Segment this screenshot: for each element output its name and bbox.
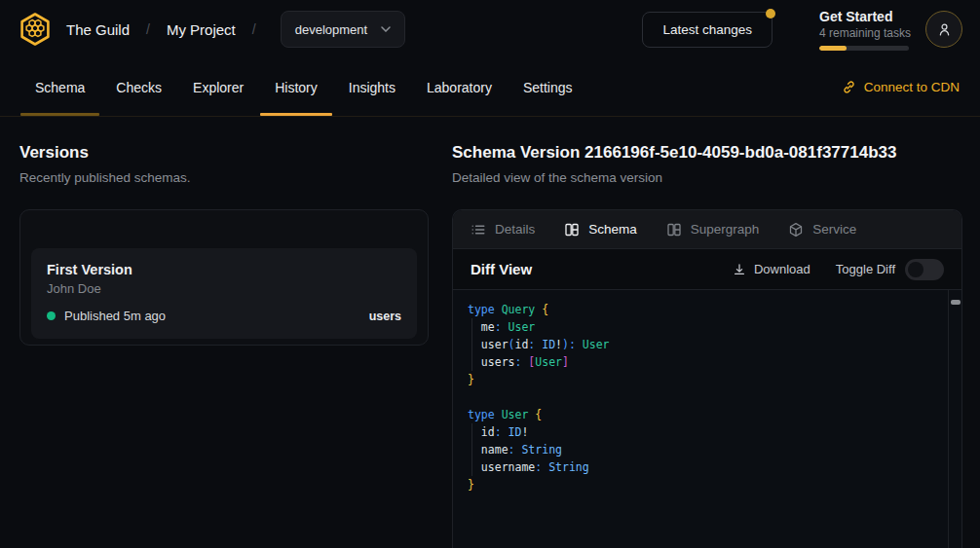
nav-tab-history[interactable]: History <box>260 58 332 116</box>
detail-tab-label: Supergraph <box>691 222 760 237</box>
version-author: John Doe <box>47 281 401 296</box>
nav-tab-laboratory[interactable]: Laboratory <box>412 58 507 116</box>
version-detail-subtitle: Detailed view of the schema version <box>452 170 962 185</box>
code-line <box>468 388 942 406</box>
switch-knob <box>908 262 923 277</box>
code-line: } <box>468 476 942 493</box>
nav-tabs: SchemaChecksExplorerHistoryInsightsLabor… <box>20 58 587 116</box>
download-button[interactable]: Download <box>733 262 810 276</box>
version-meta-row: Published 5m ago users <box>47 309 401 323</box>
target-dropdown-value: development <box>295 22 367 37</box>
link-icon <box>842 80 856 94</box>
toggle-diff-label: Toggle Diff <box>836 262 895 276</box>
get-started-title: Get Started <box>819 9 914 24</box>
version-detail-card: DetailsSchemaSupergraphService Diff View… <box>452 209 962 548</box>
connect-to-cdn-link[interactable]: Connect to CDN <box>842 58 960 116</box>
download-label: Download <box>754 262 810 276</box>
code-line: } <box>468 371 942 388</box>
code-line: name: String <box>468 441 942 458</box>
breadcrumb-org[interactable]: The Guild <box>66 21 130 38</box>
user-icon <box>936 21 953 38</box>
latest-changes-label: Latest changes <box>662 22 752 37</box>
service-badge: users <box>369 310 401 323</box>
avatar-button[interactable] <box>925 11 962 48</box>
get-started-subtitle: 4 remaining tasks <box>819 26 914 40</box>
versions-title: Versions <box>19 143 429 163</box>
versions-subtitle: Recently published schemas. <box>19 170 429 185</box>
code-line: username: String <box>468 458 942 476</box>
published-status-dot <box>47 311 56 320</box>
detail-tab-label: Details <box>495 222 535 237</box>
diff-toolbar: Diff View Download Toggle Diff <box>453 249 961 290</box>
toggle-diff-group: Toggle Diff <box>836 259 944 280</box>
target-dropdown[interactable]: development <box>281 11 405 48</box>
diff-actions: Download Toggle Diff <box>733 259 944 280</box>
detail-tab-service[interactable]: Service <box>788 222 856 237</box>
detail-tab-schema[interactable]: Schema <box>564 222 637 237</box>
versions-list-card: First Version John Doe Published 5m ago … <box>19 209 429 346</box>
list-icon <box>471 222 486 237</box>
detail-tabs: DetailsSchemaSupergraphService <box>453 210 961 249</box>
diff-view-title: Diff View <box>471 261 532 277</box>
indent-guide <box>471 423 472 476</box>
chevron-down-icon <box>381 26 391 32</box>
breadcrumb-project[interactable]: My Project <box>167 21 236 38</box>
nav-tab-settings[interactable]: Settings <box>509 58 587 116</box>
nav-tab-insights[interactable]: Insights <box>334 58 410 116</box>
code-line: type Query { <box>468 301 942 318</box>
download-icon <box>733 263 746 276</box>
version-list-item[interactable]: First Version John Doe Published 5m ago … <box>31 248 417 339</box>
breadcrumb-separator: / <box>252 21 256 37</box>
columns-icon <box>564 222 580 237</box>
code-scrollbar[interactable] <box>948 290 961 548</box>
published-status-text: Published 5m ago <box>64 309 166 323</box>
schema-code-viewer[interactable]: type Query { me: User user(id: ID!): Use… <box>453 290 961 548</box>
connect-to-cdn-label: Connect to CDN <box>864 80 960 94</box>
app-header: The Guild / My Project / development Lat… <box>0 0 980 58</box>
code-line: id: ID! <box>468 423 942 441</box>
get-started-widget[interactable]: Get Started 4 remaining tasks <box>819 9 914 51</box>
header-right: Latest changes Get Started 4 remaining t… <box>642 9 962 51</box>
toggle-diff-switch[interactable] <box>905 259 944 280</box>
versions-panel: Versions Recently published schemas. Fir… <box>19 143 429 346</box>
version-detail-panel: Schema Version 2166196f-5e10-4059-bd0a-0… <box>452 143 962 548</box>
detail-tab-label: Schema <box>588 222 637 237</box>
columns-icon <box>666 222 682 237</box>
progress-fill <box>819 46 847 51</box>
nav-tab-schema[interactable]: Schema <box>20 58 99 116</box>
main-nav: SchemaChecksExplorerHistoryInsightsLabor… <box>0 58 980 117</box>
hive-honeycomb-icon[interactable] <box>18 12 53 47</box>
code-line: user(id: ID!): User <box>468 336 942 353</box>
latest-changes-button[interactable]: Latest changes <box>642 12 773 48</box>
detail-tab-details[interactable]: Details <box>471 222 535 237</box>
breadcrumb-separator: / <box>146 21 150 37</box>
nav-tab-explorer[interactable]: Explorer <box>178 58 258 116</box>
nav-tab-checks[interactable]: Checks <box>101 58 176 116</box>
detail-tab-supergraph[interactable]: Supergraph <box>666 222 760 237</box>
cube-icon <box>788 222 804 237</box>
version-detail-title: Schema Version 2166196f-5e10-4059-bd0a-0… <box>452 143 962 163</box>
scrollbar-thumb[interactable] <box>951 300 961 305</box>
notification-dot <box>766 9 775 18</box>
code-line: me: User <box>468 318 942 336</box>
indent-guide <box>471 318 472 371</box>
get-started-progress-track <box>819 46 909 51</box>
code-lines: type Query { me: User user(id: ID!): Use… <box>468 301 942 493</box>
code-line: users: [User] <box>468 353 942 371</box>
detail-tab-label: Service <box>812 222 856 237</box>
code-line: type User { <box>468 406 942 423</box>
version-name: First Version <box>47 262 401 277</box>
breadcrumb: The Guild / My Project / development <box>66 11 405 48</box>
